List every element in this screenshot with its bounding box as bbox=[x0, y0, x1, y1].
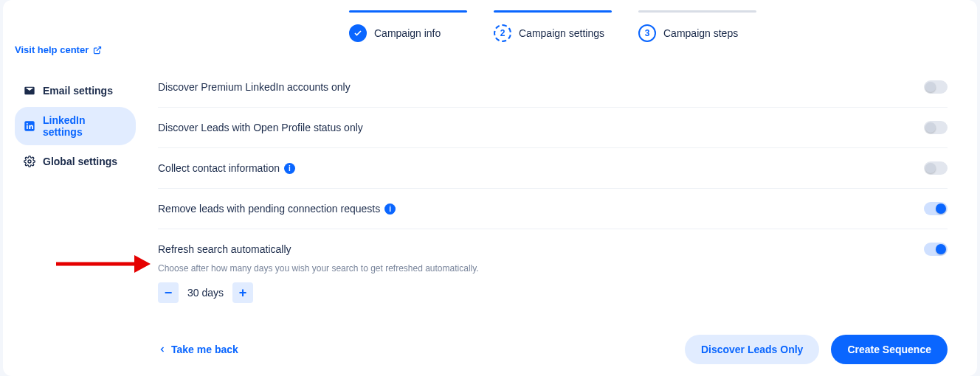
toggle-collect-contact[interactable] bbox=[924, 161, 948, 175]
setting-row-remove-pending: Remove leads with pending connection req… bbox=[158, 189, 948, 229]
toggle-remove-pending[interactable] bbox=[924, 202, 948, 215]
info-icon[interactable]: i bbox=[384, 203, 396, 215]
step-number-icon: 3 bbox=[638, 24, 656, 42]
footer: Take me back Discover Leads Only Create … bbox=[158, 335, 948, 364]
sidebar-item-label: Email settings bbox=[43, 85, 113, 97]
step-bar bbox=[494, 10, 612, 13]
setting-row-premium: Discover Premium LinkedIn accounts only bbox=[158, 67, 948, 108]
svg-point-3 bbox=[27, 123, 28, 125]
increment-button[interactable]: + bbox=[232, 282, 253, 303]
svg-line-0 bbox=[97, 46, 101, 51]
setting-label: Remove leads with pending connection req… bbox=[158, 203, 380, 215]
step-number-icon: 2 bbox=[494, 24, 511, 42]
step-label: Campaign settings bbox=[519, 27, 604, 39]
info-icon[interactable]: i bbox=[284, 163, 295, 174]
refresh-sub-section: Choose after how many days you wish your… bbox=[158, 263, 948, 303]
main-content: Campaign info 2 Campaign settings 3 Camp… bbox=[143, 0, 977, 376]
discover-leads-button[interactable]: Discover Leads Only bbox=[685, 335, 820, 364]
decrement-button[interactable]: − bbox=[158, 282, 179, 303]
settings-list: Discover Premium LinkedIn accounts only … bbox=[158, 67, 948, 303]
sidebar-item-global-settings[interactable]: Global settings bbox=[15, 148, 136, 175]
svg-rect-2 bbox=[27, 125, 28, 129]
step-campaign-info[interactable]: Campaign info bbox=[349, 10, 467, 42]
email-icon bbox=[24, 85, 35, 97]
step-campaign-steps[interactable]: 3 Campaign steps bbox=[638, 10, 756, 42]
back-label: Take me back bbox=[171, 344, 238, 355]
days-stepper: − 30 days + bbox=[158, 282, 948, 303]
svg-point-4 bbox=[28, 160, 31, 163]
check-circle-icon bbox=[349, 24, 367, 42]
step-bar bbox=[349, 10, 467, 13]
setting-label: Discover Premium LinkedIn accounts only bbox=[158, 81, 351, 93]
chevron-left-icon bbox=[158, 345, 167, 354]
sidebar: Visit help center Email settings LinkedI… bbox=[3, 0, 143, 376]
setting-row-collect-contact: Collect contact information i bbox=[158, 148, 948, 189]
linkedin-icon bbox=[24, 120, 35, 132]
create-sequence-button[interactable]: Create Sequence bbox=[831, 335, 948, 364]
step-bar bbox=[638, 10, 756, 13]
help-center-link[interactable]: Visit help center bbox=[15, 44, 102, 55]
progress-stepper: Campaign info 2 Campaign settings 3 Camp… bbox=[158, 0, 948, 42]
external-link-icon bbox=[93, 46, 102, 55]
toggle-premium[interactable] bbox=[924, 80, 948, 94]
setting-row-refresh: Refresh search automatically bbox=[158, 229, 948, 262]
toggle-open-profile[interactable] bbox=[924, 121, 948, 134]
sidebar-item-linkedin-settings[interactable]: LinkedIn settings bbox=[15, 107, 136, 145]
setting-label: Refresh search automatically bbox=[158, 243, 291, 255]
settings-card: Visit help center Email settings LinkedI… bbox=[3, 0, 977, 376]
step-campaign-settings[interactable]: 2 Campaign settings bbox=[494, 10, 612, 42]
step-label: Campaign info bbox=[374, 27, 441, 39]
step-label: Campaign steps bbox=[663, 27, 738, 39]
gear-icon bbox=[24, 156, 35, 167]
toggle-refresh[interactable] bbox=[924, 243, 948, 256]
help-center-label: Visit help center bbox=[15, 44, 89, 55]
setting-row-open-profile: Discover Leads with Open Profile status … bbox=[158, 108, 948, 148]
days-value: 30 days bbox=[187, 287, 224, 299]
refresh-help-text: Choose after how many days you wish your… bbox=[158, 263, 948, 274]
setting-label: Collect contact information bbox=[158, 162, 280, 174]
setting-label: Discover Leads with Open Profile status … bbox=[158, 122, 363, 133]
sidebar-item-label: Global settings bbox=[43, 156, 117, 167]
sidebar-item-email-settings[interactable]: Email settings bbox=[15, 77, 136, 104]
back-link[interactable]: Take me back bbox=[158, 344, 238, 355]
sidebar-item-label: LinkedIn settings bbox=[43, 114, 127, 138]
